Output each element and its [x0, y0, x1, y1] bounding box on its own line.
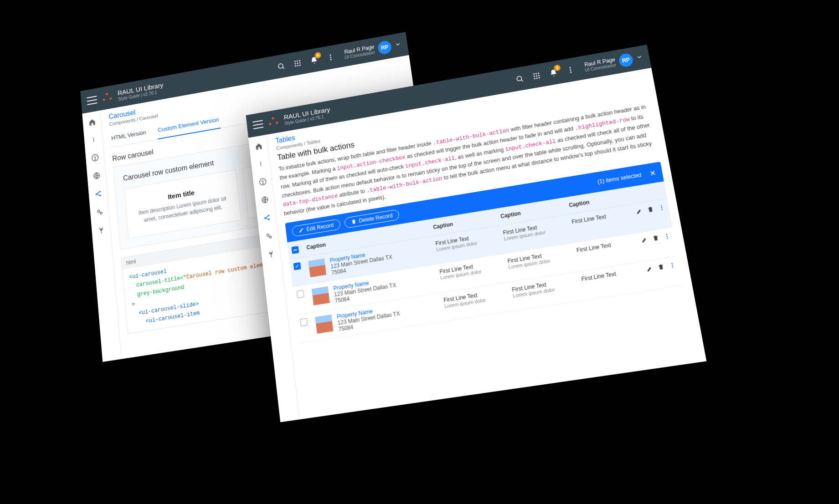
globe-icon[interactable] — [88, 167, 105, 185]
search-icon[interactable] — [513, 72, 526, 86]
edit-record-button[interactable]: Edit Record — [292, 219, 341, 237]
svg-point-48 — [661, 205, 662, 207]
svg-point-13 — [330, 59, 332, 60]
property-thumbnail — [308, 258, 327, 278]
svg-point-34 — [539, 77, 540, 78]
svg-point-54 — [671, 263, 673, 264]
svg-point-14 — [93, 138, 94, 139]
plug-icon[interactable] — [262, 245, 279, 264]
svg-point-5 — [294, 63, 296, 64]
home-icon[interactable] — [250, 137, 267, 155]
hamburger-icon[interactable] — [252, 120, 263, 129]
tab-html-version[interactable]: HTML Version — [110, 125, 148, 148]
brand-logo — [102, 91, 113, 104]
svg-point-49 — [661, 207, 663, 209]
svg-point-56 — [672, 266, 674, 268]
globe-icon[interactable] — [256, 191, 273, 209]
edit-icon[interactable] — [635, 208, 643, 216]
svg-point-2 — [294, 61, 296, 62]
chevron-down-icon[interactable] — [394, 41, 401, 49]
hamburger-icon[interactable] — [87, 96, 97, 105]
svg-point-36 — [570, 69, 571, 71]
search-icon[interactable] — [275, 60, 288, 73]
cell-title: First Line Text — [571, 211, 623, 225]
svg-point-53 — [667, 238, 668, 239]
notifications-bell-icon[interactable]: 5 — [547, 66, 561, 80]
more-vertical-icon[interactable] — [564, 63, 577, 76]
more-vertical-icon[interactable] — [658, 204, 666, 213]
svg-point-6 — [297, 62, 298, 64]
svg-rect-15 — [93, 139, 94, 142]
delete-record-label: Delete Record — [359, 212, 393, 224]
brand-text: RAUL UI Library Style Guide | v2.76.1 — [283, 106, 331, 126]
svg-point-24 — [517, 76, 522, 81]
svg-point-3 — [297, 60, 298, 61]
info-icon[interactable] — [252, 155, 269, 173]
property-thumbnail — [311, 286, 330, 306]
svg-point-22 — [97, 210, 99, 213]
gears-icon[interactable] — [91, 203, 108, 221]
brand-logo — [268, 116, 280, 128]
svg-point-45 — [268, 219, 270, 220]
svg-point-7 — [299, 62, 300, 63]
more-vertical-icon[interactable] — [669, 261, 677, 270]
accessibility-icon[interactable] — [87, 149, 103, 167]
svg-point-46 — [267, 234, 269, 237]
delete-icon[interactable] — [647, 206, 654, 214]
svg-point-27 — [535, 73, 537, 74]
svg-point-28 — [538, 72, 539, 74]
check-all-checkbox[interactable] — [291, 246, 299, 254]
svg-point-17 — [94, 156, 95, 157]
svg-point-31 — [538, 75, 540, 76]
edit-icon[interactable] — [646, 265, 654, 274]
svg-point-38 — [260, 162, 261, 163]
row-checkbox[interactable] — [297, 290, 304, 298]
chevron-down-icon[interactable] — [636, 53, 643, 62]
plug-icon[interactable] — [93, 221, 110, 239]
svg-point-50 — [661, 209, 663, 210]
carousel-item[interactable]: Item title Item description Lorem ipsum … — [124, 169, 242, 239]
delete-icon[interactable] — [652, 234, 660, 243]
svg-point-29 — [534, 76, 535, 77]
svg-point-41 — [262, 180, 263, 181]
svg-point-26 — [533, 73, 535, 75]
delete-icon[interactable] — [657, 263, 665, 272]
notifications-count: 5 — [314, 52, 321, 59]
svg-point-33 — [536, 77, 538, 79]
svg-point-0 — [278, 63, 283, 69]
edit-icon[interactable] — [641, 236, 649, 245]
more-vertical-icon[interactable] — [324, 51, 337, 64]
svg-point-9 — [297, 65, 299, 66]
info-icon[interactable] — [85, 131, 102, 149]
notifications-bell-icon[interactable]: 5 — [308, 54, 320, 67]
svg-point-55 — [672, 265, 673, 266]
svg-point-30 — [536, 75, 537, 76]
brand-text: RAUL UI Library Style Guide | v2.76.1 — [117, 82, 164, 102]
apps-grid-icon[interactable] — [291, 57, 304, 70]
share-icon[interactable] — [258, 209, 275, 227]
svg-point-8 — [295, 65, 296, 66]
row-checkbox[interactable]: ✓ — [293, 262, 301, 270]
user-avatar: RP — [618, 53, 634, 68]
apps-grid-icon[interactable] — [530, 69, 543, 82]
close-icon[interactable]: ✕ — [649, 168, 657, 178]
row-checkbox[interactable] — [300, 318, 308, 326]
svg-point-32 — [534, 78, 535, 79]
cell-title: First Line Text — [581, 268, 633, 283]
svg-rect-39 — [260, 163, 261, 166]
svg-line-25 — [521, 80, 523, 81]
svg-point-21 — [99, 195, 101, 197]
svg-point-52 — [666, 236, 668, 237]
svg-point-37 — [570, 71, 571, 73]
svg-point-12 — [330, 56, 331, 58]
svg-point-47 — [269, 236, 272, 238]
gears-icon[interactable] — [260, 227, 278, 245]
share-icon[interactable] — [90, 185, 106, 203]
svg-point-4 — [299, 60, 300, 61]
more-vertical-icon[interactable] — [663, 233, 671, 241]
svg-point-11 — [329, 54, 331, 56]
home-icon[interactable] — [84, 113, 100, 131]
svg-point-51 — [666, 234, 667, 235]
accessibility-icon[interactable] — [254, 173, 271, 191]
property-thumbnail — [315, 314, 334, 334]
